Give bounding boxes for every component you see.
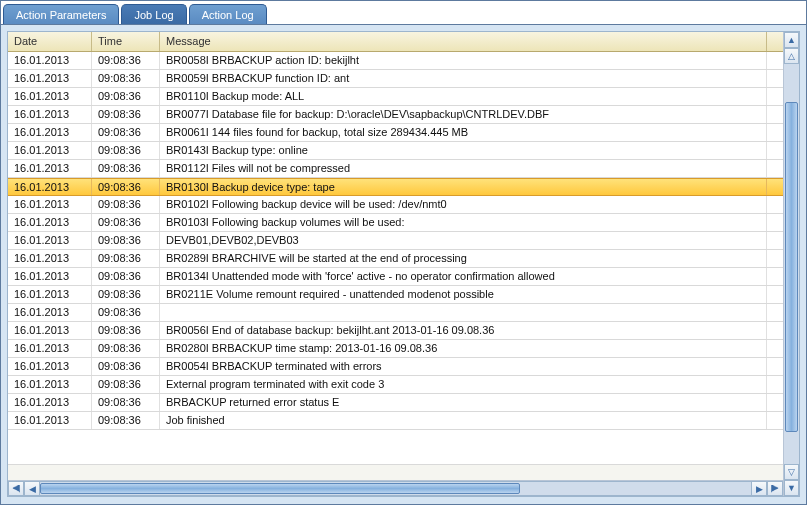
vertical-scrollbar[interactable]: ▲ △ ▽ ▼: [783, 32, 799, 496]
table-row[interactable]: 16.01.201309:08:36BR0058I BRBACKUP actio…: [8, 52, 783, 70]
hscroll-thumb[interactable]: [40, 483, 520, 494]
cell-time: 09:08:36: [92, 358, 160, 375]
table-row[interactable]: 16.01.201309:08:36BR0056I End of databas…: [8, 322, 783, 340]
cell-date: 16.01.2013: [8, 142, 92, 159]
log-grid: Date Time Message 16.01.201309:08:36BR00…: [7, 31, 800, 497]
cell-time: 09:08:36: [92, 394, 160, 411]
grid-header: Date Time Message: [8, 32, 783, 52]
cell-message: BR0211E Volume remount required - unatte…: [160, 286, 767, 303]
vscroll-track[interactable]: [784, 64, 799, 464]
column-header-message[interactable]: Message: [160, 32, 767, 51]
hscroll-left-icon[interactable]: ◀: [24, 481, 40, 496]
cell-time: 09:08:36: [92, 232, 160, 249]
cell-time: 09:08:36: [92, 88, 160, 105]
tab-job-log[interactable]: Job Log: [121, 4, 186, 24]
table-row[interactable]: 16.01.201309:08:36BR0143I Backup type: o…: [8, 142, 783, 160]
cell-date: 16.01.2013: [8, 358, 92, 375]
tab-bar: Action Parameters Job Log Action Log: [1, 1, 806, 24]
table-row[interactable]: 16.01.201309:08:36Job finished: [8, 412, 783, 430]
cell-date: 16.01.2013: [8, 196, 92, 213]
cell-date: 16.01.2013: [8, 124, 92, 141]
table-row[interactable]: 16.01.201309:08:36BR0289I BRARCHIVE will…: [8, 250, 783, 268]
table-row[interactable]: 16.01.201309:08:36BR0059I BRBACKUP funct…: [8, 70, 783, 88]
hscroll-right-icon[interactable]: ▶: [751, 481, 767, 496]
cell-message: BR0054I BRBACKUP terminated with errors: [160, 358, 767, 375]
vscroll-pagedown-icon[interactable]: ▽: [784, 464, 799, 480]
cell-time: 09:08:36: [92, 214, 160, 231]
vscroll-up-icon[interactable]: ▲: [784, 32, 799, 48]
vscroll-down-icon[interactable]: ▼: [784, 480, 799, 496]
table-row[interactable]: 16.01.201309:08:36BR0077I Database file …: [8, 106, 783, 124]
cell-date: 16.01.2013: [8, 160, 92, 177]
tab-action-parameters[interactable]: Action Parameters: [3, 4, 119, 24]
cell-message: BR0077I Database file for backup: D:\ora…: [160, 106, 767, 123]
cell-message: [160, 304, 767, 321]
cell-date: 16.01.2013: [8, 412, 92, 429]
table-row[interactable]: 16.01.201309:08:36BRBACKUP returned erro…: [8, 394, 783, 412]
cell-time: 09:08:36: [92, 70, 160, 87]
cell-date: 16.01.2013: [8, 340, 92, 357]
hscroll-track[interactable]: [40, 481, 751, 496]
cell-time: 09:08:36: [92, 106, 160, 123]
table-row[interactable]: 16.01.201309:08:36BR0103I Following back…: [8, 214, 783, 232]
cell-message: BR0112I Files will not be compressed: [160, 160, 767, 177]
cell-date: 16.01.2013: [8, 52, 92, 69]
cell-message: External program terminated with exit co…: [160, 376, 767, 393]
cell-time: 09:08:36: [92, 179, 160, 195]
vscroll-pageup-icon[interactable]: △: [784, 48, 799, 64]
tab-action-log[interactable]: Action Log: [189, 4, 267, 24]
cell-time: 09:08:36: [92, 322, 160, 339]
column-header-time[interactable]: Time: [92, 32, 160, 51]
cell-date: 16.01.2013: [8, 106, 92, 123]
cell-date: 16.01.2013: [8, 70, 92, 87]
cell-message: BR0134I Unattended mode with 'force' act…: [160, 268, 767, 285]
cell-time: 09:08:36: [92, 268, 160, 285]
cell-time: 09:08:36: [92, 124, 160, 141]
cell-date: 16.01.2013: [8, 232, 92, 249]
table-row[interactable]: 16.01.201309:08:36BR0134I Unattended mod…: [8, 268, 783, 286]
cell-date: 16.01.2013: [8, 88, 92, 105]
table-row[interactable]: 16.01.201309:08:36BR0211E Volume remount…: [8, 286, 783, 304]
horizontal-scrollbar[interactable]: ⯇ ◀ ▶ ⯈: [8, 480, 783, 496]
hscroll-home-icon[interactable]: ⯇: [8, 481, 24, 496]
cell-date: 16.01.2013: [8, 268, 92, 285]
cell-date: 16.01.2013: [8, 250, 92, 267]
table-row[interactable]: 16.01.201309:08:36: [8, 304, 783, 322]
table-row[interactable]: 16.01.201309:08:36External program termi…: [8, 376, 783, 394]
cell-message: BR0103I Following backup volumes will be…: [160, 214, 767, 231]
cell-message: DEVB01,DEVB02,DEVB03: [160, 232, 767, 249]
table-row[interactable]: 16.01.201309:08:36BR0280I BRBACKUP time …: [8, 340, 783, 358]
table-row[interactable]: 16.01.201309:08:36BR0130I Backup device …: [8, 178, 783, 196]
table-row[interactable]: 16.01.201309:08:36BR0061I 144 files foun…: [8, 124, 783, 142]
cell-message: BR0059I BRBACKUP function ID: ant: [160, 70, 767, 87]
cell-time: 09:08:36: [92, 52, 160, 69]
grid-footer-blank: [8, 464, 783, 480]
table-row[interactable]: 16.01.201309:08:36DEVB01,DEVB02,DEVB03: [8, 232, 783, 250]
table-row[interactable]: 16.01.201309:08:36BR0054I BRBACKUP termi…: [8, 358, 783, 376]
cell-message: BRBACKUP returned error status E: [160, 394, 767, 411]
table-row[interactable]: 16.01.201309:08:36BR0112I Files will not…: [8, 160, 783, 178]
cell-date: 16.01.2013: [8, 394, 92, 411]
cell-date: 16.01.2013: [8, 304, 92, 321]
table-row[interactable]: 16.01.201309:08:36BR0110I Backup mode: A…: [8, 88, 783, 106]
cell-date: 16.01.2013: [8, 286, 92, 303]
cell-time: 09:08:36: [92, 142, 160, 159]
table-row[interactable]: 16.01.201309:08:36BR0102I Following back…: [8, 196, 783, 214]
cell-message: BR0058I BRBACKUP action ID: bekijlht: [160, 52, 767, 69]
cell-date: 16.01.2013: [8, 322, 92, 339]
cell-time: 09:08:36: [92, 304, 160, 321]
column-header-date[interactable]: Date: [8, 32, 92, 51]
cell-time: 09:08:36: [92, 340, 160, 357]
cell-message: BR0110I Backup mode: ALL: [160, 88, 767, 105]
cell-date: 16.01.2013: [8, 214, 92, 231]
vscroll-thumb[interactable]: [785, 102, 798, 432]
cell-time: 09:08:36: [92, 286, 160, 303]
content-frame: Date Time Message 16.01.201309:08:36BR00…: [1, 24, 806, 504]
cell-message: Job finished: [160, 412, 767, 429]
cell-date: 16.01.2013: [8, 376, 92, 393]
cell-message: BR0280I BRBACKUP time stamp: 2013-01-16 …: [160, 340, 767, 357]
hscroll-end-icon[interactable]: ⯈: [767, 481, 783, 496]
cell-time: 09:08:36: [92, 412, 160, 429]
cell-message: BR0056I End of database backup: bekijlht…: [160, 322, 767, 339]
cell-time: 09:08:36: [92, 250, 160, 267]
